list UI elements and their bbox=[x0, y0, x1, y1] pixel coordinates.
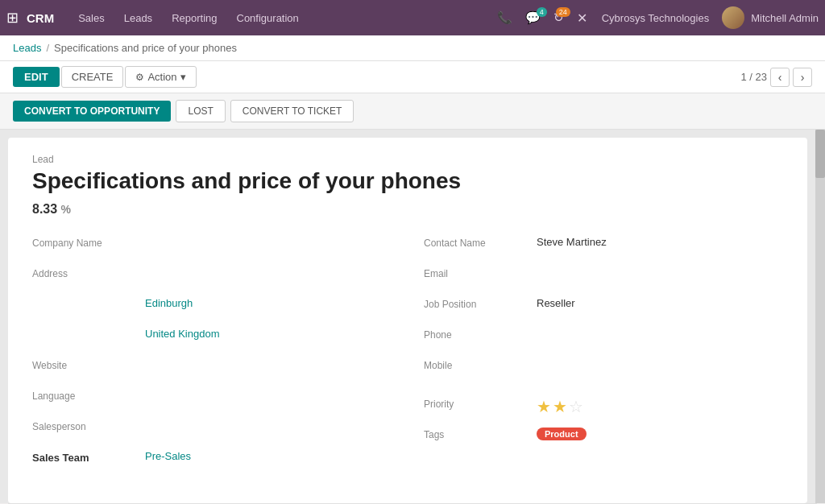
action-chevron-icon: ▾ bbox=[180, 71, 186, 83]
star-1[interactable]: ★ bbox=[537, 397, 551, 416]
convert-opportunity-button[interactable]: CONVERT TO OPPORTUNITY bbox=[13, 101, 171, 122]
gear-icon bbox=[135, 71, 144, 83]
contact-name-field: Contact Name Steve Martinez bbox=[424, 236, 783, 258]
country-field: United Kingdom bbox=[32, 328, 392, 350]
company-name-field: Company Name bbox=[32, 236, 392, 258]
lead-probability: 8.33 % bbox=[32, 202, 783, 217]
prev-page-button[interactable]: ‹ bbox=[770, 68, 790, 87]
sales-team-value[interactable]: Pre-Sales bbox=[145, 450, 392, 462]
scrollbar[interactable] bbox=[815, 130, 825, 503]
breadcrumb: Leads / Specifications and price of your… bbox=[0, 35, 825, 61]
job-position-field: Job Position Reseller bbox=[424, 297, 783, 320]
mobile-field: Mobile bbox=[424, 358, 783, 381]
grid-icon[interactable]: ⊞ bbox=[6, 9, 19, 27]
lead-title: Specifications and price of your phones bbox=[32, 168, 783, 194]
language-label: Language bbox=[32, 389, 145, 402]
company-name-label: Company Name bbox=[32, 236, 145, 249]
refresh-badge: 24 bbox=[556, 7, 570, 17]
create-button[interactable]: CREATE bbox=[61, 66, 124, 88]
probability-value: 8.33 bbox=[32, 202, 57, 216]
convert-ticket-button[interactable]: CONVERT TO TICKET bbox=[230, 100, 354, 122]
top-navigation: ⊞ CRM Sales Leads Reporting Configuratio… bbox=[0, 0, 825, 35]
tags-label: Tags bbox=[424, 428, 537, 440]
form-container: Lead Specifications and price of your ph… bbox=[8, 138, 807, 503]
priority-label: Priority bbox=[424, 397, 537, 410]
website-field: Website bbox=[32, 358, 392, 381]
nav-item-reporting[interactable]: Reporting bbox=[164, 9, 225, 27]
country-value[interactable]: United Kingdom bbox=[145, 328, 392, 340]
sales-team-label: Sales Team bbox=[32, 450, 145, 464]
address-label: Address bbox=[32, 266, 145, 279]
chat-badge: 4 bbox=[537, 7, 547, 17]
user-avatar[interactable] bbox=[722, 6, 744, 29]
refresh-icon[interactable]: ↻24 bbox=[549, 10, 569, 25]
breadcrumb-parent[interactable]: Leads bbox=[13, 42, 41, 54]
action-label: Action bbox=[147, 71, 176, 83]
chat-icon[interactable]: 💬4 bbox=[520, 10, 545, 25]
nav-item-sales[interactable]: Sales bbox=[70, 9, 113, 27]
company-name: Cybrosys Technologies bbox=[595, 12, 715, 24]
user-name[interactable]: Mitchell Admin bbox=[751, 12, 819, 24]
address-field: Address bbox=[32, 266, 392, 289]
salesperson-field: Salesperson bbox=[32, 419, 392, 442]
phone-field: Phone bbox=[424, 328, 783, 350]
website-label: Website bbox=[32, 358, 145, 371]
lead-type-label: Lead bbox=[32, 154, 783, 165]
breadcrumb-current: Specifications and price of your phones bbox=[54, 42, 237, 54]
tag-product[interactable]: Product bbox=[537, 428, 587, 440]
contact-name-label: Contact Name bbox=[424, 236, 537, 249]
star-2[interactable]: ★ bbox=[553, 397, 567, 416]
email-label: Email bbox=[424, 266, 537, 279]
action-button[interactable]: Action ▾ bbox=[125, 66, 196, 88]
fields-row: Company Name Address Edinburgh United Ki… bbox=[32, 236, 783, 481]
nav-item-configuration[interactable]: Configuration bbox=[229, 9, 307, 27]
priority-stars[interactable]: ★ ★ ☆ bbox=[537, 397, 583, 416]
city-field: Edinburgh bbox=[32, 297, 392, 320]
lost-button[interactable]: LOST bbox=[176, 100, 225, 122]
pagination-text: 1 / 23 bbox=[740, 71, 767, 83]
fields-right: Contact Name Steve Martinez Email Job Po… bbox=[424, 236, 783, 481]
star-3[interactable]: ☆ bbox=[569, 397, 583, 416]
priority-field: Priority ★ ★ ☆ bbox=[424, 397, 783, 419]
tags-field: Tags Product bbox=[424, 428, 783, 450]
nav-item-leads[interactable]: Leads bbox=[116, 9, 160, 27]
city-value[interactable]: Edinburgh bbox=[145, 297, 392, 309]
toolbar: EDIT CREATE Action ▾ 1 / 23 ‹ › bbox=[0, 61, 825, 93]
email-field: Email bbox=[424, 266, 783, 289]
sales-team-field: Sales Team Pre-Sales bbox=[32, 450, 392, 473]
probability-pct: % bbox=[61, 203, 71, 216]
close-icon[interactable]: ✕ bbox=[572, 10, 592, 26]
pagination: 1 / 23 ‹ › bbox=[740, 68, 812, 87]
phone-icon[interactable]: 📞 bbox=[492, 10, 517, 25]
phone-label: Phone bbox=[424, 328, 537, 341]
breadcrumb-separator: / bbox=[46, 42, 49, 54]
action-bar: CONVERT TO OPPORTUNITY LOST CONVERT TO T… bbox=[0, 93, 825, 130]
country-label bbox=[32, 328, 145, 329]
fields-left: Company Name Address Edinburgh United Ki… bbox=[32, 236, 392, 481]
app-name[interactable]: CRM bbox=[27, 11, 54, 25]
job-position-value: Reseller bbox=[537, 297, 783, 309]
contact-name-value[interactable]: Steve Martinez bbox=[537, 236, 783, 248]
job-position-label: Job Position bbox=[424, 297, 537, 310]
edit-button[interactable]: EDIT bbox=[13, 67, 60, 87]
main-area: Lead Specifications and price of your ph… bbox=[0, 130, 825, 503]
city-label bbox=[32, 297, 145, 299]
salesperson-label: Salesperson bbox=[32, 419, 145, 432]
language-field: Language bbox=[32, 389, 392, 411]
mobile-label: Mobile bbox=[424, 358, 537, 371]
scrollbar-thumb[interactable] bbox=[815, 130, 825, 178]
next-page-button[interactable]: › bbox=[793, 68, 812, 87]
